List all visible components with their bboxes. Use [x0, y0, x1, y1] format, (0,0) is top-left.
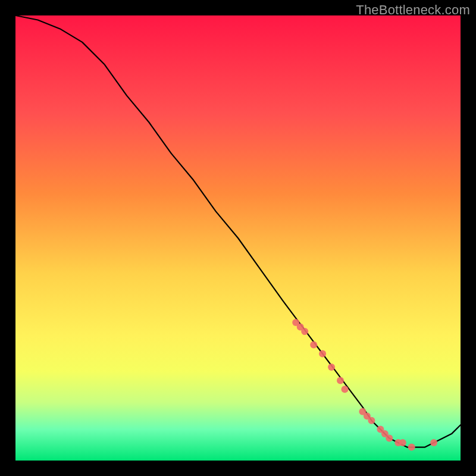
data-point: [386, 435, 393, 442]
chart-svg: [15, 15, 461, 461]
data-point: [408, 444, 415, 451]
data-point: [337, 377, 344, 384]
data-point: [301, 328, 308, 335]
data-point: [430, 439, 437, 446]
data-point: [310, 342, 317, 349]
data-point: [399, 439, 406, 446]
watermark-text: TheBottleneck.com: [356, 2, 470, 18]
data-point: [319, 350, 326, 358]
data-point: [328, 364, 335, 371]
curve-path: [15, 15, 461, 447]
data-point: [368, 417, 375, 424]
bottleneck-curve: [15, 15, 461, 447]
chart-frame: TheBottleneck.com: [0, 0, 476, 476]
highlight-points: [292, 319, 437, 451]
plot-area: [15, 15, 461, 461]
data-point: [342, 386, 349, 393]
